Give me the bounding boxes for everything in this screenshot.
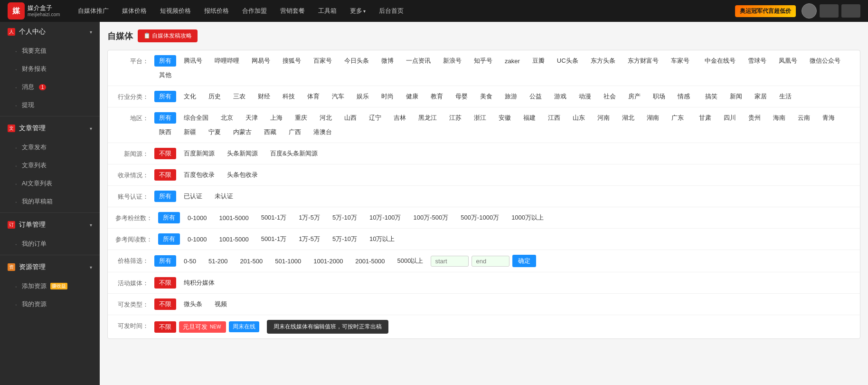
publish-type-tag-video[interactable]: 视频	[210, 298, 232, 310]
region-tag-guangxi[interactable]: 广西	[284, 126, 306, 138]
industry-tag-all[interactable]: 所有	[154, 91, 176, 102]
nav-link-backend[interactable]: 后台首页	[372, 0, 410, 22]
price-confirm-button[interactable]: 确定	[512, 255, 536, 267]
industry-tag-tech[interactable]: 科技	[278, 91, 300, 102]
platform-tag-dongfang-wealth[interactable]: 东方财富号	[623, 55, 663, 67]
region-tag-heilongjiang[interactable]: 黑龙江	[414, 112, 442, 124]
region-tag-shanghai[interactable]: 上海	[265, 112, 287, 124]
news-source-tag-baidu[interactable]: 百度新闻源	[179, 148, 219, 159]
nav-link-more[interactable]: 更多 ▾	[343, 0, 372, 22]
price-tag-501-1000[interactable]: 501-1000	[270, 256, 306, 266]
industry-tag-entertainment[interactable]: 娱乐	[352, 91, 374, 102]
region-tag-beijing[interactable]: 北京	[216, 112, 238, 124]
collection-tag-toutiao[interactable]: 头条包收录	[222, 169, 263, 181]
nav-link-media-price[interactable]: 媒体价格	[115, 0, 153, 22]
sidebar-item-my-resource[interactable]: 我的资源	[0, 295, 100, 313]
fans-tag-100w-500w[interactable]: 100万-500万	[408, 212, 453, 223]
region-tag-shanxi[interactable]: 山西	[340, 112, 361, 124]
region-tag-henan[interactable]: 河南	[593, 112, 614, 124]
platform-tag-wangyi[interactable]: 网易号	[247, 55, 275, 67]
nav-link-join[interactable]: 合作加盟	[236, 0, 274, 22]
sidebar-item-add-resource[interactable]: 添加资源 赚收益	[0, 277, 100, 295]
region-tag-shaanxi[interactable]: 陕西	[154, 126, 176, 138]
industry-tag-travel[interactable]: 旅游	[500, 91, 522, 102]
price-tag-0-50[interactable]: 0-50	[179, 256, 201, 266]
industry-tag-baby[interactable]: 母婴	[451, 91, 472, 102]
account-verify-tag-unverified[interactable]: 未认证	[210, 191, 238, 202]
news-source-tag-unlimited[interactable]: 不限	[154, 148, 176, 159]
account-verify-tag-all[interactable]: 所有	[154, 191, 176, 202]
industry-tag-food[interactable]: 美食	[475, 91, 497, 102]
sidebar-item-my-order[interactable]: 我的订单	[0, 235, 100, 253]
sidebar-item-finance[interactable]: 财务报表	[0, 60, 100, 78]
reads-tag-1001-5000[interactable]: 1001-5000	[214, 234, 253, 244]
fans-tag-0-1000[interactable]: 0-1000	[183, 213, 211, 223]
platform-tag-che[interactable]: 车家号	[666, 55, 694, 67]
price-tag-51-200[interactable]: 51-200	[204, 256, 232, 266]
platform-tag-douban[interactable]: 豆瓣	[528, 55, 549, 67]
platform-tag-fenghuang[interactable]: 凤凰号	[774, 55, 802, 67]
publish-time-tag-unlimited[interactable]: 不限	[154, 321, 176, 333]
industry-tag-game[interactable]: 游戏	[549, 91, 571, 102]
platform-tag-baijia[interactable]: 百家号	[309, 55, 337, 67]
region-tag-liaoning[interactable]: 辽宁	[364, 112, 386, 124]
reads-tag-5w-10w[interactable]: 5万-10万	[328, 233, 362, 245]
platform-tag-wechat[interactable]: 微信公众号	[805, 55, 845, 67]
region-tag-guangdong[interactable]: 广东	[667, 112, 689, 124]
sidebar-item-recharge[interactable]: 我要充值	[0, 42, 100, 60]
industry-tag-car[interactable]: 汽车	[327, 91, 349, 102]
region-tag-hainan[interactable]: 海南	[768, 112, 790, 124]
platform-tag-sohu[interactable]: 搜狐号	[278, 55, 306, 67]
account-verify-tag-verified[interactable]: 已认证	[179, 191, 207, 202]
platform-tag-dongfang[interactable]: 东方头条	[586, 55, 620, 67]
region-tag-hebei[interactable]: 河北	[315, 112, 337, 124]
reads-tag-0-1000[interactable]: 0-1000	[183, 234, 211, 244]
industry-tag-estate[interactable]: 房产	[623, 91, 645, 102]
industry-tag-charity[interactable]: 公益	[525, 91, 547, 102]
nav-link-zmt[interactable]: 自媒体推广	[71, 0, 115, 22]
platform-tag-tencent[interactable]: 腾讯号	[179, 55, 207, 67]
industry-tag-finance[interactable]: 财经	[253, 91, 275, 102]
news-source-tag-both[interactable]: 百度&头条新闻源	[265, 148, 322, 159]
region-tag-neimenggu[interactable]: 内蒙古	[228, 126, 256, 138]
industry-tag-anime[interactable]: 动漫	[574, 91, 596, 102]
fans-tag-all[interactable]: 所有	[158, 212, 180, 223]
fans-tag-5001-1w[interactable]: 5001-1万	[256, 212, 291, 223]
region-tag-gangaotai[interactable]: 港澳台	[309, 126, 337, 138]
reads-tag-1w-5w[interactable]: 1万-5万	[294, 233, 325, 245]
platform-tag-yidian[interactable]: 一点资讯	[401, 55, 435, 67]
region-tag-anhui[interactable]: 安徽	[494, 112, 516, 124]
sidebar-item-withdraw[interactable]: 提现	[0, 96, 100, 114]
platform-tag-xueqiu[interactable]: 雪球号	[743, 55, 771, 67]
sidebar-item-draft[interactable]: 我的草稿箱	[0, 192, 100, 211]
publish-time-tag-yuandan[interactable]: 元旦可发NEW	[179, 321, 226, 333]
price-tag-all[interactable]: 所有	[154, 255, 176, 267]
region-tag-guizhou[interactable]: 贵州	[744, 112, 765, 124]
platform-tag-bilibili[interactable]: 哔哩哔哩	[210, 55, 244, 67]
price-tag-201-500[interactable]: 201-500	[236, 256, 268, 266]
collection-tag-unlimited[interactable]: 不限	[154, 169, 176, 181]
price-tag-1001-2000[interactable]: 1001-2000	[309, 256, 348, 266]
region-tag-tianjin[interactable]: 天津	[241, 112, 263, 124]
sidebar-item-message[interactable]: 消息 1	[0, 78, 100, 96]
active-media-tag-points[interactable]: 纯积分媒体	[179, 277, 219, 289]
region-tag-qinghai[interactable]: 青海	[818, 112, 840, 124]
platform-tag-zhihu[interactable]: 知乎号	[469, 55, 497, 67]
reads-tag-5001-1w[interactable]: 5001-1万	[256, 233, 291, 245]
region-tag-yunnan[interactable]: 云南	[793, 112, 815, 124]
publish-type-tag-weitoutiao[interactable]: 微头条	[179, 298, 207, 310]
nav-link-tools[interactable]: 工具箱	[311, 0, 343, 22]
platform-tag-other[interactable]: 其他	[154, 69, 176, 81]
collection-tag-baidu[interactable]: 百度包收录	[179, 169, 219, 181]
industry-tag-health[interactable]: 健康	[401, 91, 423, 102]
fans-tag-500w-1000w[interactable]: 500万-1000万	[456, 212, 504, 223]
platform-tag-zaker[interactable]: zaker	[500, 56, 525, 66]
region-tag-xizang[interactable]: 西藏	[259, 126, 281, 138]
sidebar-item-article-list[interactable]: 文章列表	[0, 156, 100, 174]
region-tag-hubei[interactable]: 湖北	[617, 112, 639, 124]
platform-tag-all[interactable]: 所有	[154, 55, 176, 67]
reads-tag-10w-plus[interactable]: 10万以上	[365, 233, 399, 245]
sidebar-group-order[interactable]: 订 订单管理 ▾	[0, 215, 100, 235]
reads-tag-all[interactable]: 所有	[158, 233, 180, 245]
region-tag-xinjiang[interactable]: 新疆	[179, 126, 201, 138]
